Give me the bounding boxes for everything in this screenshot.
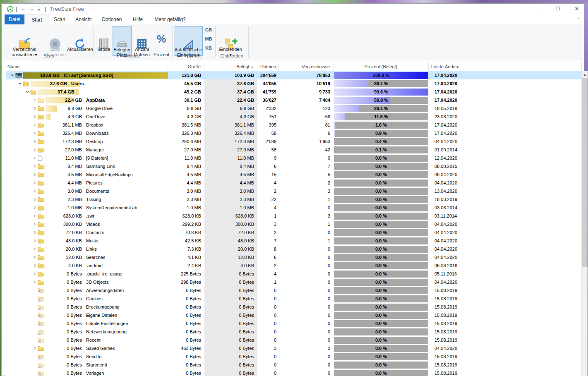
tree-row[interactable]: 0 BytesSendTo0 Bytes0 Bytes000.0 %15.08.…: [6, 352, 582, 361]
tree-row[interactable]: 2.3 MBTracing2.3 MB2.3 MB2210.0 %18.03.2…: [6, 195, 582, 204]
tree-row[interactable]: 37.4 GB45.2 GB37.4 GB41'7599'73399.6 %17…: [6, 88, 582, 96]
mode-filecount-button[interactable]: Anzahl Dateien: [132, 26, 151, 56]
size-label: 3.0 MB: [46, 187, 82, 195]
expand-icon[interactable]: [31, 131, 38, 135]
column-header-groesse[interactable]: Größe: [168, 62, 204, 71]
tree-row[interactable]: 20.0 KBLinks7.3 KB20.0 KB800.0 %04.04.20…: [6, 245, 582, 253]
tree-row[interactable]: 0 BytesRecent0 Bytes0 Bytes000.0 %15.08.…: [6, 336, 582, 344]
expand-icon[interactable]: [31, 230, 38, 235]
maximize-button[interactable]: ☐: [551, 4, 565, 14]
expand-icon[interactable]: [31, 280, 38, 284]
expand-icon[interactable]: [31, 197, 38, 201]
mode-allocated-button[interactable]: Belegter Platz: [113, 26, 132, 56]
tree-row[interactable]: 0 BytesEigene Dateien0 Bytes0 Bytes000.0…: [6, 311, 582, 319]
tree-row[interactable]: 0 BytesDruckumgebung0 Bytes0 Bytes000.0 …: [6, 303, 582, 311]
forward-icon[interactable]: →: [29, 4, 34, 14]
expand-icon[interactable]: [31, 106, 38, 110]
expand-icon[interactable]: [31, 181, 38, 185]
column-header-name[interactable]: Name: [6, 62, 168, 71]
refresh-button[interactable]: Aktualisieren: [67, 26, 93, 56]
column-header-belegt[interactable]: Belegt∨: [204, 62, 257, 71]
tree-row[interactable]: 0 BytesAnwendungsdaten0 Bytes0 Bytes000.…: [6, 286, 582, 295]
vertical-scrollbar[interactable]: ▲: [582, 71, 588, 376]
expand-icon[interactable]: [31, 115, 38, 119]
tree-row[interactable]: 0 BytesVorlagen0 Bytes0 Bytes000.0 %15.0…: [6, 369, 582, 376]
expand-icon[interactable]: [31, 263, 38, 268]
expand-icon[interactable]: [31, 247, 38, 251]
tab-scan[interactable]: Scan: [49, 14, 70, 24]
scroll-up-icon[interactable]: ▲: [582, 71, 588, 78]
expand-icon[interactable]: [31, 239, 38, 243]
column-header-dateien[interactable]: Dateien: [257, 62, 279, 71]
collapse-icon[interactable]: [24, 90, 30, 94]
expand-icon[interactable]: [31, 164, 38, 168]
expand-icon[interactable]: [31, 172, 38, 177]
scrollbar-thumb[interactable]: [582, 78, 588, 267]
expand-icon[interactable]: [31, 123, 38, 127]
tree-row[interactable]: 381.1 MBDropbox381.5 MB381.1 MB395811.0 …: [6, 121, 582, 129]
unit-kb-button[interactable]: KB: [204, 44, 214, 52]
expand-icon[interactable]: [31, 222, 38, 226]
tree-row[interactable]: 9.8 GBGoogle Drive9.8 GB9.8 GB2'33212326…: [6, 104, 582, 113]
collapse-ribbon-icon[interactable]: ⌃: [575, 16, 582, 23]
tree-row[interactable]: 11.0 MB[9 Dateien]11.0 MB11.0 MB900.0 %1…: [6, 154, 582, 162]
select-directory-button[interactable]: Verzeichnis auswählen ▾: [6, 26, 43, 56]
tab-hilfe[interactable]: Hilfe: [126, 14, 149, 24]
tree-row[interactable]: 0 BytesCookies0 Bytes0 Bytes000.0 %15.08…: [6, 295, 582, 303]
expand-icon[interactable]: [31, 189, 38, 193]
tree-row[interactable]: 12.0 KBSearches4.1 KB12.0 KB600.0 %04.04…: [6, 253, 582, 261]
close-button[interactable]: ✕: [570, 4, 584, 14]
tree-row[interactable]: 4.3 GBOneDrive4.3 GB4.3 GB7516611.6 %23.…: [6, 113, 582, 121]
expand-icon[interactable]: [31, 206, 38, 210]
expand-icon[interactable]: [31, 255, 38, 259]
column-header-letzte-aenderung[interactable]: Letzte Änderu...: [429, 62, 470, 71]
tab-datei[interactable]: Datei: [5, 14, 24, 24]
tab-ansicht[interactable]: Ansicht: [70, 14, 97, 24]
back-icon[interactable]: ←: [21, 4, 26, 14]
tree-row[interactable]: 0 Bytes.oracle_jre_usage225 Bytes0 Bytes…: [6, 270, 582, 278]
expand-icon[interactable]: [31, 156, 38, 160]
tree-row[interactable]: 326.4 MBDownloads326.3 MB326.4 MB5860.9 …: [6, 129, 582, 137]
tree-row[interactable]: 22.4 GBAppData30.1 GB22.4 GB36'0277'4045…: [6, 96, 582, 104]
expand-icon[interactable]: [31, 214, 38, 218]
tree-row[interactable]: 300.0 KBVideos299.2 KB300.0 KB310.0 %04.…: [6, 220, 582, 228]
mode-size-button[interactable]: Größe: [95, 26, 113, 56]
collapse-icon[interactable]: [9, 73, 15, 77]
expand-icon[interactable]: [31, 148, 38, 152]
expand-icon[interactable]: [31, 139, 38, 144]
tree-row[interactable]: 628.0 KB.swt628.0 KB628.0 KB130.0 %03.11…: [6, 212, 582, 220]
tree-row[interactable]: 72.0 KBContacts70.8 KB72.0 KB200.0 %04.0…: [6, 228, 582, 237]
auto-units-button[interactable]: Automatische Einheiten ▾: [174, 26, 203, 56]
tree-row[interactable]: 0 BytesStartmenü0 Bytes0 Bytes000.0 %15.…: [6, 361, 582, 369]
tree-row[interactable]: 1.0 MBSystemRequirementsLab1.0 MB1.0 MB4…: [6, 204, 582, 212]
tree-row[interactable]: 4.5 MBMicrosoftEdgeBackups4.5 MB4.5 MB15…: [6, 170, 582, 179]
tree-row[interactable]: 172.3 MBDesktop280.6 MB172.3 MB2'0391'95…: [6, 137, 582, 146]
tree-row[interactable]: 103.9 GBC:\ auf [Samsung SSD]121.8 GB103…: [6, 71, 582, 79]
mode-percent-button[interactable]: % Prozent: [152, 26, 170, 56]
column-header-verzeichnisse[interactable]: Verzeichnisse: [279, 62, 334, 71]
qat-dropdown-icon[interactable]: ▾: [38, 7, 40, 12]
tree-row[interactable]: 4.4 MBPictures4.4 MB4.4 MB420.0 %04.04.2…: [6, 179, 582, 187]
expand-icon[interactable]: [31, 346, 38, 350]
tree-row[interactable]: 3.0 MBDocuments3.0 MB3.0 MB230.0 %13.04.…: [6, 187, 582, 195]
tree-row[interactable]: 8.4 MBSamsung Link8.4 MB8.4 MB670.0 %08.…: [6, 162, 582, 170]
unit-mb-button[interactable]: MB: [204, 35, 214, 43]
tab-optionen[interactable]: Optionen: [97, 14, 126, 24]
collapse-icon[interactable]: [17, 81, 23, 86]
column-header-prozent[interactable]: Prozent (Belegt): [334, 62, 429, 71]
tree-row[interactable]: 4.0 KB.android2.4 KB4.0 KB200.0 %06.08.2…: [6, 261, 582, 270]
tree-row[interactable]: 27.0 MBManager27.0 MB27.0 MB58420.1 %01.…: [6, 146, 582, 154]
tab-mehr-gefaellig[interactable]: Mehr gefällig?: [149, 14, 191, 24]
tree-row[interactable]: 0 Bytes3D Objects298 Bytes0 Bytes100.0 %…: [6, 278, 582, 286]
unit-gb-button[interactable]: GB: [204, 26, 214, 34]
tree-row[interactable]: 0 BytesSaved Games463 Bytes0 Bytes320.0 …: [6, 344, 582, 352]
show-columns-button[interactable]: Einblenden ▾: [217, 26, 244, 56]
tree-row[interactable]: 48.0 KBMusic42.5 KB48.0 KB710.0 %04.04.2…: [6, 237, 582, 245]
tree-row[interactable]: 37.6 GBUsers45.5 GB37.6 GB44'05510'51936…: [6, 79, 582, 88]
tab-start[interactable]: Start: [24, 14, 49, 24]
tree-row[interactable]: 0 BytesNetzwerkumgebung0 Bytes0 Bytes000…: [6, 328, 582, 336]
expand-icon[interactable]: [31, 98, 38, 102]
expand-icon[interactable]: [31, 272, 38, 276]
tree-row[interactable]: 0 BytesLokale Einstellungen0 Bytes0 Byte…: [6, 319, 582, 328]
minimize-button[interactable]: –: [530, 4, 545, 14]
